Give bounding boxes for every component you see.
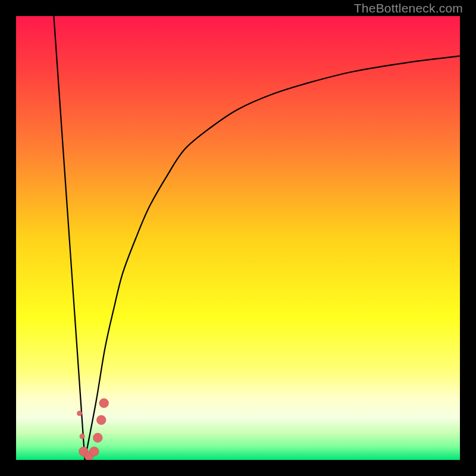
curve-marker: [80, 434, 84, 439]
curve-marker: [99, 399, 109, 408]
curve-marker: [77, 411, 82, 416]
plot-area: [16, 16, 460, 460]
chart-svg: [16, 16, 460, 460]
watermark-text: TheBottleneck.com: [354, 1, 463, 15]
curve-marker: [89, 447, 99, 456]
gradient-background: [16, 16, 460, 460]
curve-marker: [93, 433, 102, 443]
curve-marker: [96, 415, 106, 425]
chart-frame: TheBottleneck.com: [0, 0, 476, 476]
